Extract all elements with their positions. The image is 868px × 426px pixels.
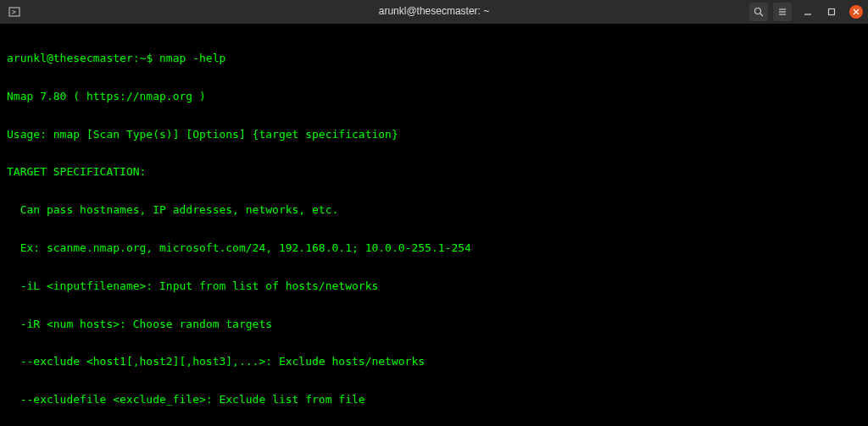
output-line: --exclude <host1[,host2][,host3],...>: E… bbox=[7, 356, 861, 368]
output-line: TARGET SPECIFICATION: bbox=[7, 166, 861, 179]
command-text: nmap -help bbox=[159, 52, 225, 64]
search-button[interactable] bbox=[749, 3, 768, 21]
prompt-space bbox=[153, 52, 159, 64]
menu-button[interactable] bbox=[773, 3, 792, 21]
output-line: Usage: nmap [Scan Type(s)] [Options] {ta… bbox=[7, 129, 861, 141]
output-line: -iL <inputfilename>: Input from list of … bbox=[7, 280, 861, 293]
titlebar-right bbox=[749, 3, 863, 21]
terminal-area[interactable]: arunkl@thesecmaster:~$ nmap -help Nmap 7… bbox=[0, 24, 868, 426]
window-title: arunkl@thesecmaster: ~ bbox=[379, 6, 490, 18]
app-menu-icon[interactable]: > bbox=[5, 3, 24, 21]
output-line: Ex: scanme.nmap.org, microsoft.com/24, 1… bbox=[7, 242, 861, 255]
svg-point-2 bbox=[755, 8, 761, 14]
output-line: -iR <num hosts>: Choose random targets bbox=[7, 318, 861, 331]
svg-line-3 bbox=[760, 14, 763, 16]
maximize-button[interactable] bbox=[824, 4, 839, 19]
svg-rect-8 bbox=[829, 9, 835, 15]
output-line: Can pass hostnames, IP addresses, networ… bbox=[7, 204, 861, 217]
prompt-sep: : bbox=[133, 52, 140, 64]
titlebar-left: > bbox=[5, 3, 24, 21]
minimize-button[interactable] bbox=[800, 4, 815, 19]
svg-text:>: > bbox=[12, 8, 16, 16]
window-titlebar: > arunkl@thesecmaster: ~ bbox=[0, 0, 868, 24]
output-line: Nmap 7.80 ( https://nmap.org ) bbox=[7, 91, 861, 103]
close-button[interactable] bbox=[849, 5, 863, 19]
output-line: --excludefile <exclude_file>: Exclude li… bbox=[7, 394, 861, 407]
prompt-line: arunkl@thesecmaster:~$ nmap -help bbox=[7, 53, 861, 65]
prompt-user-host: arunkl@thesecmaster bbox=[7, 52, 133, 64]
